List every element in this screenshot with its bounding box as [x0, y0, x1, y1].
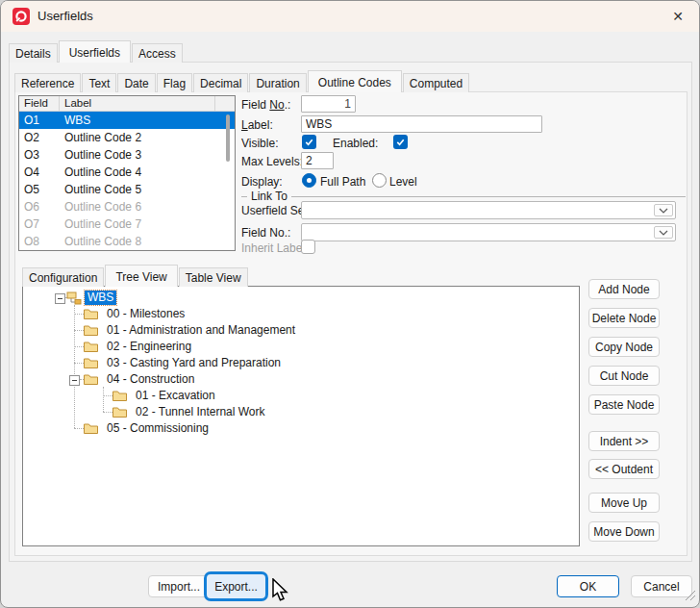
cut-node-button[interactable]: Cut Node [588, 366, 660, 386]
list-row[interactable]: O5Outline Code 5 [19, 181, 235, 198]
tree-node[interactable]: 01 - Administration and Management [23, 322, 579, 339]
tree-view[interactable]: WBS00 - Milestones01 - Administration an… [22, 286, 580, 546]
tree-node-label[interactable]: 04 - Construction [104, 372, 197, 387]
tab-text[interactable]: Text [82, 73, 116, 92]
list-cell-field: O4 [19, 164, 60, 181]
list-cell-field: O6 [19, 198, 60, 215]
tab-computed[interactable]: Computed [403, 73, 469, 92]
chevron-down-icon[interactable] [654, 204, 673, 216]
tab-decimal[interactable]: Decimal [193, 73, 248, 92]
resize-grip-icon[interactable] [684, 589, 696, 604]
tree-node[interactable]: 04 - Construction [23, 371, 579, 388]
close-button[interactable]: ✕ [664, 7, 691, 26]
app-logo-icon [12, 8, 30, 25]
view-tab-strip: ConfigurationTree ViewTable View [22, 262, 249, 287]
col-header-label[interactable]: Label [60, 96, 215, 111]
add-node-button[interactable]: Add Node [588, 279, 660, 299]
folder-icon [84, 308, 98, 322]
list-row[interactable]: O3Outline Code 3 [19, 146, 235, 164]
list-cell-label: WBS [60, 112, 90, 129]
copy-node-button[interactable]: Copy Node [588, 337, 660, 357]
link-to-group-label: Link To [247, 190, 291, 203]
move-up-button[interactable]: Move Up [588, 493, 660, 513]
tree-node-label[interactable]: 03 - Casting Yard and Preparation [104, 356, 284, 370]
tree-node-label[interactable]: 02 - Tunnel Internal Work [133, 405, 268, 419]
list-cell-label: Outline Code 5 [60, 181, 141, 198]
list-cell-field: O7 [19, 215, 60, 233]
paste-node-button[interactable]: Paste Node [588, 394, 660, 415]
tree-connector-line [74, 428, 84, 429]
indent-button[interactable]: Indent >> [588, 431, 660, 451]
tree-node-label[interactable]: 05 - Commissioning [104, 421, 212, 436]
folder-icon [84, 357, 98, 371]
tab-configuration[interactable]: Configuration [22, 267, 104, 287]
tree-connector-line [74, 330, 84, 331]
tree-connector-line [74, 314, 84, 315]
tab-userfields[interactable]: Userfields [59, 40, 131, 63]
list-row[interactable]: O4Outline Code 4 [19, 164, 235, 181]
inherit-label-checkbox[interactable] [301, 240, 315, 254]
tab-reference[interactable]: Reference [14, 73, 81, 92]
tree-node[interactable]: 05 - Commissioning [23, 420, 579, 437]
field-no-label: Field No.: [241, 98, 290, 112]
field-no-input[interactable] [301, 95, 356, 113]
list-row[interactable]: O2Outline Code 2 [19, 129, 235, 146]
tree-node[interactable]: 00 - Milestones [23, 306, 579, 322]
delete-node-button[interactable]: Delete Node [588, 308, 660, 328]
folder-icon [84, 422, 98, 437]
tree-node-label[interactable]: 01 - Administration and Management [104, 323, 298, 338]
outdent-button[interactable]: << Outdent [588, 459, 660, 479]
folder-icon [112, 390, 127, 404]
enabled-checkbox[interactable] [393, 135, 408, 149]
list-scrollbar[interactable] [226, 114, 230, 162]
userfield-set-combo[interactable] [301, 201, 676, 219]
col-header-field[interactable]: Field [19, 96, 60, 111]
tree-node-label[interactable]: WBS [85, 291, 116, 305]
chevron-down-icon[interactable] [654, 226, 673, 239]
tree-node[interactable]: 01 - Excavation [23, 388, 579, 404]
link-field-no-label: Field No.: [241, 226, 290, 240]
tab-tree-view[interactable]: Tree View [105, 265, 177, 287]
list-row[interactable]: O6Outline Code 6 [19, 198, 235, 215]
tree-node-label[interactable]: 01 - Excavation [133, 389, 218, 403]
tree-node[interactable]: 02 - Tunnel Internal Work [23, 404, 579, 420]
list-cell-label: Outline Code 2 [60, 129, 141, 146]
tab-flag[interactable]: Flag [157, 73, 192, 92]
tab-outline-codes[interactable]: Outline Codes [308, 70, 402, 92]
level-label: Level [389, 175, 417, 189]
full-path-radio[interactable] [302, 173, 316, 188]
expander-minus-icon[interactable] [69, 375, 80, 386]
export-button[interactable]: Export... [204, 571, 268, 601]
visible-checkbox[interactable] [302, 135, 316, 149]
level-radio[interactable] [372, 173, 387, 188]
list-row[interactable]: O1WBS [19, 112, 235, 129]
list-cell-field: O3 [19, 146, 60, 164]
label-input[interactable] [301, 115, 542, 133]
list-row[interactable]: O8Outline Code 8 [19, 233, 235, 250]
field-list[interactable]: Field Label O1WBSO2Outline Code 2O3Outli… [18, 95, 236, 251]
tab-access[interactable]: Access [132, 43, 183, 63]
tree-node[interactable]: 03 - Casting Yard and Preparation [23, 355, 579, 371]
tree-connector-line [103, 412, 112, 413]
tree-node[interactable]: 02 - Engineering [23, 339, 579, 355]
list-row[interactable]: O7Outline Code 7 [19, 215, 235, 233]
import-button[interactable]: Import... [148, 575, 210, 597]
list-cell-label: Outline Code 7 [60, 215, 141, 233]
expander-minus-icon[interactable] [55, 293, 65, 304]
ok-button[interactable]: OK [557, 575, 619, 597]
tab-duration[interactable]: Duration [249, 73, 306, 92]
link-field-no-combo[interactable] [301, 223, 676, 241]
tree-node-label[interactable]: 02 - Engineering [104, 340, 194, 354]
list-cell-label: Outline Code 4 [60, 164, 141, 181]
tab-details[interactable]: Details [9, 43, 58, 63]
titlebar[interactable]: Userfields ✕ [1, 1, 699, 32]
tree-node[interactable]: WBS [23, 290, 579, 306]
tab-date[interactable]: Date [117, 73, 155, 92]
max-levels-input[interactable] [301, 152, 334, 169]
tree-node-label[interactable]: 00 - Milestones [104, 307, 188, 321]
inherit-label-label: Inherit Label: [241, 241, 308, 255]
move-down-button[interactable]: Move Down [588, 521, 660, 542]
tab-table-view[interactable]: Table View [179, 267, 248, 287]
list-cell-label: Outline Code 6 [60, 198, 141, 215]
folder-icon [84, 373, 98, 388]
